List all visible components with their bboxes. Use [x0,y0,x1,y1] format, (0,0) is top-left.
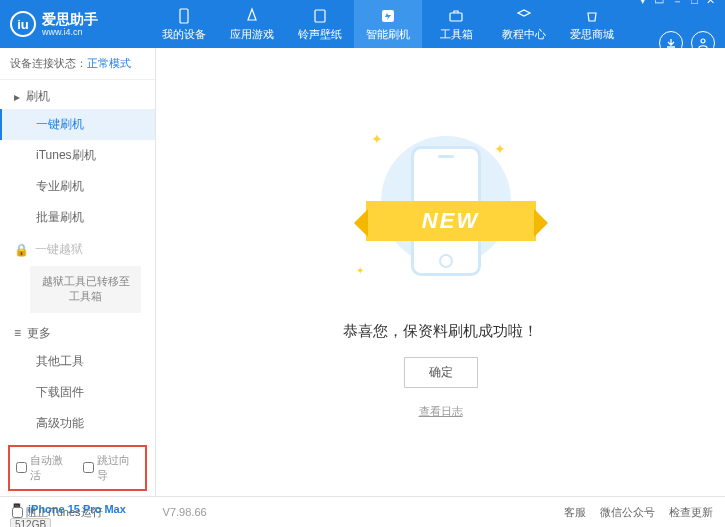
sidebar: 设备连接状态：正常模式 ▸ 刷机 一键刷机 iTunes刷机 专业刷机 批量刷机… [0,48,156,496]
block-itunes-checkbox[interactable]: 阻止iTunes运行 [12,505,103,520]
nav-flash[interactable]: 智能刷机 [354,0,422,48]
sidebar-item-batch[interactable]: 批量刷机 [0,202,155,233]
checkbox-label: 自动激活 [30,453,73,483]
logo: iu 爱思助手 www.i4.cn [10,11,150,37]
maximize-icon[interactable]: □ [691,0,698,9]
jailbreak-moved-box[interactable]: 越狱工具已转移至工具箱 [30,266,141,313]
version-label: V7.98.66 [163,506,207,518]
sidebar-item-firmware[interactable]: 下载固件 [0,377,155,408]
menu-icon[interactable]: ▾ [640,0,646,9]
nav-label: 智能刷机 [366,27,410,42]
section-label: 刷机 [26,88,50,105]
ringtone-icon [311,7,329,25]
nav-toolbox[interactable]: 工具箱 [422,0,490,48]
main-content: ✦ ✦ ✦ NEW 恭喜您，保资料刷机成功啦！ 确定 查看日志 [156,48,725,496]
sidebar-item-oneclick[interactable]: 一键刷机 [0,109,155,140]
logo-icon: iu [10,11,36,37]
window-controls: ▾ ▭ － □ ✕ [640,0,715,9]
success-illustration: ✦ ✦ ✦ NEW [341,126,541,306]
toolbox-icon [447,7,465,25]
skin-icon[interactable]: ▭ [654,0,664,9]
nav-my-device[interactable]: 我的设备 [150,0,218,48]
store-icon [583,7,601,25]
close-icon[interactable]: ✕ [706,0,715,9]
skip-guide-checkbox[interactable]: 跳过向导 [83,453,140,483]
apps-icon [243,7,261,25]
section-more[interactable]: ≡ 更多 [0,317,155,346]
nav-ringtone[interactable]: 铃声壁纸 [286,0,354,48]
confirm-button[interactable]: 确定 [404,357,478,388]
more-section-icon: ≡ [14,326,21,340]
section-label: 更多 [27,325,51,342]
app-header: iu 爱思助手 www.i4.cn 我的设备 应用游戏 铃声壁纸 智能刷机 工具… [0,0,725,48]
svg-rect-3 [450,13,462,21]
footer-wechat[interactable]: 微信公众号 [600,505,655,520]
header-right: ▾ ▭ － □ ✕ [640,0,715,55]
sidebar-item-other[interactable]: 其他工具 [0,346,155,377]
nav-label: 爱思商城 [570,27,614,42]
section-jailbreak: 🔒 一键越狱 [0,233,155,262]
device-icon [175,7,193,25]
app-url: www.i4.cn [42,27,98,37]
nav-label: 教程中心 [502,27,546,42]
view-log-link[interactable]: 查看日志 [419,404,463,419]
nav-apps[interactable]: 应用游戏 [218,0,286,48]
nav-label: 我的设备 [162,27,206,42]
flash-icon [379,7,397,25]
nav-tutorial[interactable]: 教程中心 [490,0,558,48]
footer-update[interactable]: 检查更新 [669,505,713,520]
auto-activate-checkbox[interactable]: 自动激活 [16,453,73,483]
checkbox-label: 跳过向导 [97,453,140,483]
success-message: 恭喜您，保资料刷机成功啦！ [343,322,538,341]
checkbox-label: 阻止iTunes运行 [26,505,103,520]
section-label: 一键越狱 [35,241,83,258]
sidebar-item-pro[interactable]: 专业刷机 [0,171,155,202]
nav-label: 应用游戏 [230,27,274,42]
nav-label: 工具箱 [440,27,473,42]
options-highlighted: 自动激活 跳过向导 [8,445,147,491]
status-value: 正常模式 [87,57,131,69]
new-ribbon: NEW [366,201,536,241]
sidebar-item-itunes[interactable]: iTunes刷机 [0,140,155,171]
section-flash[interactable]: ▸ 刷机 [0,80,155,109]
minimize-icon[interactable]: － [672,0,683,9]
nav-label: 铃声壁纸 [298,27,342,42]
sidebar-item-advanced[interactable]: 高级功能 [0,408,155,439]
connection-status: 设备连接状态：正常模式 [0,48,155,80]
top-nav: 我的设备 应用游戏 铃声壁纸 智能刷机 工具箱 教程中心 爱思商城 [150,0,640,48]
flash-section-icon: ▸ [14,90,20,104]
footer-support[interactable]: 客服 [564,505,586,520]
nav-store[interactable]: 爱思商城 [558,0,626,48]
status-label: 设备连接状态： [10,57,87,69]
svg-rect-1 [315,10,325,22]
lock-icon: 🔒 [14,243,29,257]
svg-rect-0 [180,9,188,23]
tutorial-icon [515,7,533,25]
svg-point-4 [701,39,705,43]
